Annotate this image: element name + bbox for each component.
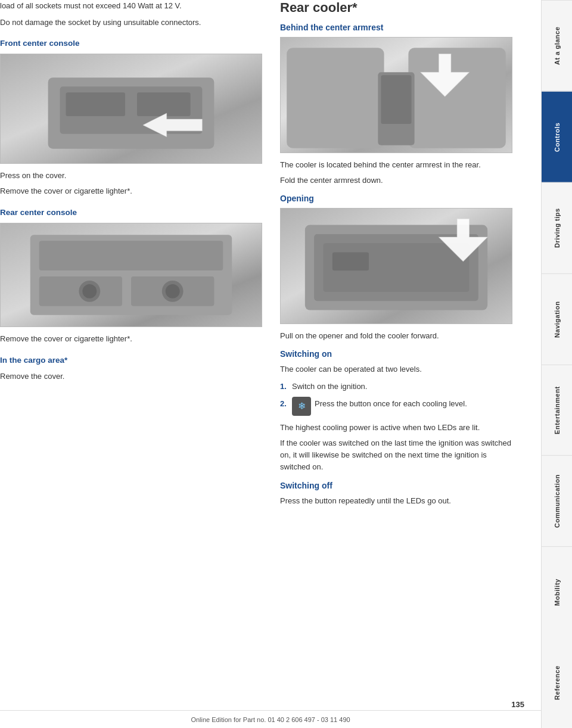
opening-heading: Opening (280, 194, 512, 203)
sidebar-item-at-a-glance[interactable]: At a glance (542, 0, 572, 91)
svg-rect-29 (332, 253, 369, 271)
svg-rect-4 (66, 92, 126, 116)
armrest-desc-1: The cooler is located behind the center … (280, 159, 512, 171)
switching-on-heading: Switching on (280, 349, 512, 359)
front-console-text-1: Press on the cover. (0, 170, 262, 182)
svg-rect-19 (287, 48, 384, 148)
step-1-text: Switch on the ignition. (292, 381, 367, 393)
footer-text: Online Edition for Part no. 01 40 2 606 … (191, 716, 350, 723)
page-title: Rear cooler* (280, 0, 512, 15)
sidebar-item-reference[interactable]: Reference (542, 637, 572, 728)
cargo-area-heading: In the cargo area* (0, 356, 262, 365)
rear-console-image (0, 223, 262, 327)
step-2-num: 2. (280, 398, 292, 410)
switching-on-note2: If the cooler was switched on the last t… (280, 437, 512, 473)
svg-point-16 (166, 284, 180, 298)
sidebar-item-communication[interactable]: Communication (542, 455, 572, 546)
right-column: Rear cooler* Behind the center armrest (274, 0, 512, 728)
page-number: 135 (511, 700, 524, 709)
footer: Online Edition for Part no. 01 40 2 606 … (0, 710, 541, 728)
switching-off-text: Press the button repeatedly until the LE… (280, 495, 512, 507)
step-1-num: 1. (280, 381, 292, 393)
front-console-heading: Front center console (0, 39, 262, 48)
sidebar-item-mobility[interactable]: Mobility (542, 546, 572, 637)
svg-point-14 (82, 284, 97, 298)
sidebar-item-controls[interactable]: Controls (542, 91, 572, 182)
svg-rect-10 (39, 241, 223, 271)
sidebar-item-entertainment[interactable]: Entertainment (542, 365, 572, 456)
sidebar-item-navigation[interactable]: Navigation (542, 273, 572, 365)
step-2: 2. Press the button once for each coolin… (280, 398, 512, 416)
armrest-desc-2: Fold the center armrest down. (280, 175, 512, 186)
front-console-image (0, 54, 262, 164)
armrest-image (280, 37, 512, 153)
switching-off-heading: Switching off (280, 481, 512, 490)
switching-on-intro: The cooler can be operated at two levels… (280, 363, 512, 375)
left-column: load of all sockets must not exceed 140 … (0, 0, 274, 728)
cargo-area-text-1: Remove the cover. (0, 371, 262, 382)
sidebar: At a glance Controls Driving tips Naviga… (541, 0, 572, 728)
switching-on-note1: The highest cooling power is active when… (280, 422, 512, 434)
step-2-text: Press the button once for each cooling l… (315, 398, 467, 410)
switching-on-steps: 1. Switch on the ignition. 2. Press the … (280, 381, 512, 416)
step-1: 1. Switch on the ignition. (280, 381, 512, 393)
rear-console-heading: Rear center console (0, 208, 262, 217)
intro-text-2: Do not damage the socket by using unsuit… (0, 17, 262, 29)
rear-console-text-1: Remove the cover or cigarette lighter*. (0, 333, 262, 345)
cooler-button-icon (292, 397, 311, 416)
svg-rect-5 (137, 92, 191, 116)
front-console-text-2: Remove the cover or cigarette lighter*. (0, 185, 262, 197)
opening-desc-1: Pull on the opener and fold the cooler f… (280, 330, 512, 342)
opening-image (280, 208, 512, 324)
intro-text-1: load of all sockets must not exceed 140 … (0, 0, 262, 12)
svg-rect-22 (381, 75, 411, 124)
svg-rect-20 (408, 48, 505, 148)
sidebar-item-driving-tips[interactable]: Driving tips (542, 182, 572, 273)
behind-armrest-heading: Behind the center armrest (280, 23, 512, 32)
